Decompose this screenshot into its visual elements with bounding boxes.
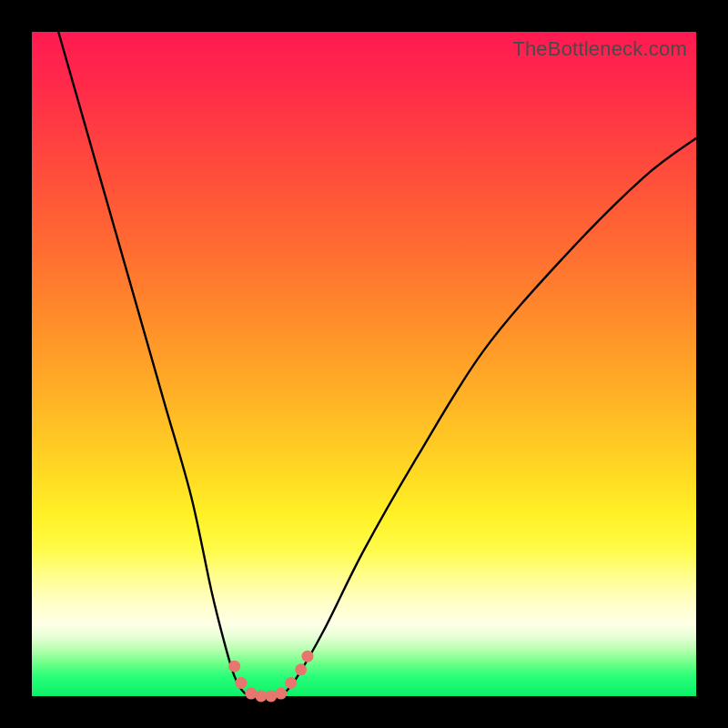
curve-markers	[228, 651, 313, 703]
bottleneck-curve	[58, 32, 696, 696]
curve-layer	[32, 32, 696, 696]
curve-marker	[265, 691, 277, 703]
curve-marker	[285, 677, 297, 689]
curve-marker	[228, 661, 240, 672]
chart-stage: TheBottleneck.com	[0, 0, 728, 728]
plot-area: TheBottleneck.com	[32, 32, 696, 696]
curve-marker	[275, 688, 287, 700]
curve-marker	[301, 651, 313, 662]
curve-marker	[235, 677, 247, 689]
curve-marker	[295, 663, 307, 675]
curve-marker	[245, 688, 257, 700]
